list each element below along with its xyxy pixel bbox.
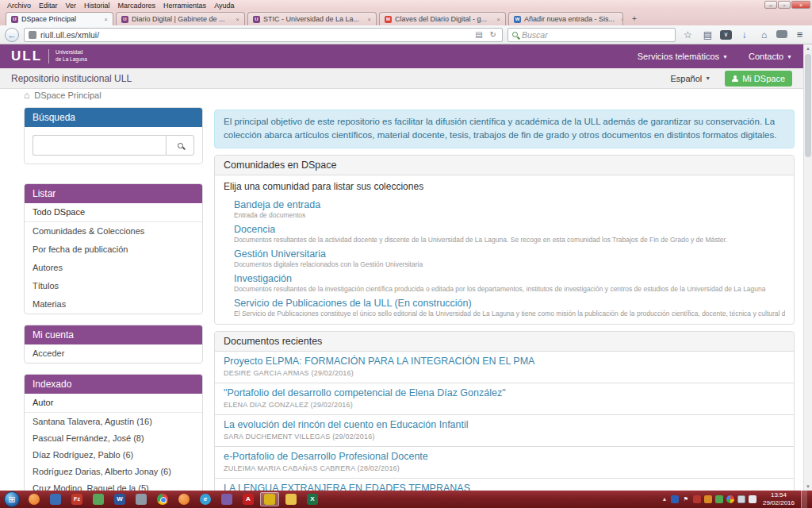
reader-mode-icon[interactable]: ▤	[473, 30, 484, 39]
menu-hamburger-icon[interactable]: ≡	[792, 29, 807, 40]
scrollbar-thumb[interactable]	[805, 54, 811, 157]
nav-servicios-telematicos[interactable]: Servicios telemáticos ▼	[638, 52, 728, 61]
notepad-icon[interactable]	[89, 492, 108, 506]
new-tab-button[interactable]: +	[627, 13, 642, 25]
app-purple-icon[interactable]	[217, 492, 236, 506]
tray-display-icon[interactable]	[737, 495, 745, 503]
breadcrumb-label[interactable]: DSpace Principal	[34, 90, 101, 100]
excel-icon[interactable]: X	[303, 492, 322, 506]
language-label: Español	[671, 74, 703, 83]
sidebar-item-todo-dspace[interactable]: Todo DSpace	[25, 203, 202, 222]
tab-close-icon[interactable]: ×	[364, 16, 371, 23]
scroll-down-icon[interactable]: ▼	[804, 484, 812, 489]
tab-close-icon[interactable]: ×	[232, 16, 239, 23]
tray-drive-icon[interactable]	[726, 495, 734, 503]
internet-explorer-icon[interactable]: e	[196, 492, 215, 506]
back-button[interactable]: ←	[5, 28, 19, 42]
firefox-icon[interactable]	[174, 492, 193, 506]
language-selector[interactable]: Español ▼	[671, 74, 711, 83]
search-bar[interactable]: Buscar	[508, 28, 676, 42]
calculator-icon[interactable]	[132, 492, 151, 506]
tab-close-icon[interactable]: ×	[618, 16, 623, 23]
menu-editar[interactable]: Editar	[35, 2, 62, 10]
sidebar-item-titulos[interactable]: Títulos	[25, 277, 202, 295]
hello-chat-icon[interactable]	[776, 30, 787, 38]
close-button[interactable]: ×	[791, 1, 810, 9]
show-desktop-button[interactable]	[801, 491, 807, 508]
tray-flag-icon[interactable]: ⚑	[682, 495, 690, 503]
firefox-icon[interactable]	[25, 492, 44, 506]
tab-gmail[interactable]: M Claves del Diario Digital - g... ×	[379, 12, 506, 25]
maximize-button[interactable]: ▫	[778, 1, 791, 9]
page-scrollbar[interactable]: ▲ ▼	[803, 44, 812, 491]
tab-nueva-entrada[interactable]: W Añadir nueva entrada - Sis... ×	[508, 12, 623, 25]
menu-ver[interactable]: Ver	[62, 2, 81, 10]
home-icon[interactable]: ⌂	[756, 29, 772, 40]
home-icon[interactable]: ⌂	[24, 90, 29, 101]
bookmarks-menu-icon[interactable]: ▤	[700, 29, 715, 40]
search-engine-icon[interactable]	[512, 32, 518, 37]
tray-update-icon[interactable]	[704, 495, 712, 503]
acrobat-icon[interactable]: A	[239, 492, 258, 506]
chrome-icon[interactable]	[153, 492, 172, 506]
reload-icon[interactable]: ↻	[488, 30, 498, 39]
communities-panel-title: Comunidades en DSpace	[215, 156, 794, 175]
author-link[interactable]: Díaz Rodríguez, Pablo (6)	[25, 446, 202, 463]
start-button[interactable]: ⊞	[4, 491, 20, 507]
sidebar-item-acceder[interactable]: Acceder	[25, 344, 202, 363]
menu-marcadores[interactable]: Marcadores	[114, 2, 160, 10]
ull-logo[interactable]: ULL	[11, 48, 42, 64]
author-link[interactable]: Pascual Fernández, José (8)	[25, 429, 202, 446]
tray-antivirus-icon[interactable]	[693, 495, 701, 503]
word-icon[interactable]: W	[110, 492, 129, 506]
author-link[interactable]: Rodríguez Darias, Alberto Jonay (6)	[25, 463, 202, 479]
filezilla-icon[interactable]: Fz	[67, 492, 86, 506]
document-author: SARA DUCHEMENT VILLEGAS (29/02/2016)	[224, 433, 785, 441]
sidebar-item-materias[interactable]: Materias	[25, 295, 202, 314]
tab-dspace[interactable]: U DSpace Principal ×	[6, 12, 113, 25]
bookmark-star-icon[interactable]: ☆	[680, 29, 695, 40]
scroll-up-icon[interactable]: ▲	[804, 46, 812, 51]
tray-sync-icon[interactable]	[715, 495, 723, 503]
menu-ayuda[interactable]: Ayuda	[210, 2, 238, 10]
ull-favicon: U	[11, 16, 18, 23]
community-link[interactable]: Bandeja de entrada	[234, 199, 785, 210]
mi-dspace-button[interactable]: Mi DSpace	[725, 71, 792, 87]
document-link[interactable]: e-Portafolio de Desarrollo Profesional D…	[224, 451, 785, 462]
indexado-autor-header: Autor	[25, 394, 202, 413]
menu-herramientas[interactable]: Herramientas	[159, 2, 210, 10]
document-link[interactable]: La evolución del rincón del cuento en Ed…	[224, 419, 785, 430]
tray-volume-icon[interactable]	[749, 495, 756, 503]
taskbar-clock[interactable]: 13:54 29/02/2016	[760, 491, 798, 507]
url-bar[interactable]: riull.ull.es/xmlui/ ▤ ↻	[24, 28, 503, 42]
tray-expand-icon[interactable]: ▲	[661, 495, 668, 503]
document-link[interactable]: "Portafolio del desarrollo competencial …	[224, 387, 785, 398]
author-link[interactable]: Santana Talavera, Agustín (16)	[25, 413, 202, 429]
sidebar-search-input[interactable]	[33, 135, 166, 156]
tray-app-icon[interactable]	[671, 495, 679, 503]
community-link[interactable]: Servicio de Publicaciones de la ULL (En …	[234, 298, 785, 309]
folder-icon[interactable]	[282, 492, 301, 506]
tab-close-icon[interactable]: ×	[493, 16, 500, 23]
pocket-icon[interactable]: ∨	[720, 30, 732, 40]
sidebar-item-comunidades[interactable]: Comunidades & Colecciones	[25, 222, 202, 241]
sidebar-search-button[interactable]	[166, 135, 194, 156]
nav-contacto[interactable]: Contacto ▼	[749, 52, 792, 61]
document-link[interactable]: Proyecto ELPMA: FORMACIÓN PARA LA INTEGR…	[224, 356, 785, 367]
minimize-button[interactable]: –	[764, 1, 777, 9]
tab-close-icon[interactable]: ×	[101, 16, 108, 23]
app-blue-icon[interactable]	[46, 492, 65, 506]
repository-title[interactable]: Repositorio institucional ULL	[11, 73, 132, 84]
menu-archivo[interactable]: Archivo	[3, 2, 35, 10]
sidebar-item-fecha[interactable]: Por fecha de publicación	[25, 241, 202, 259]
community-link[interactable]: Docencia	[234, 224, 785, 235]
community-link[interactable]: Investigación	[234, 273, 785, 284]
chevron-down-icon: ▼	[722, 54, 728, 60]
active-app-icon[interactable]	[260, 492, 279, 506]
tab-diario-digital[interactable]: U Diario Digital | Gabinete de ... ×	[116, 12, 245, 25]
downloads-icon[interactable]: ↓	[737, 29, 752, 40]
menu-historial[interactable]: Historial	[80, 2, 114, 10]
tab-stic[interactable]: U STIC - Universidad de La La... ×	[247, 12, 377, 25]
community-link[interactable]: Gestión Universitaria	[234, 248, 785, 260]
sidebar-item-autores[interactable]: Autores	[25, 259, 202, 277]
